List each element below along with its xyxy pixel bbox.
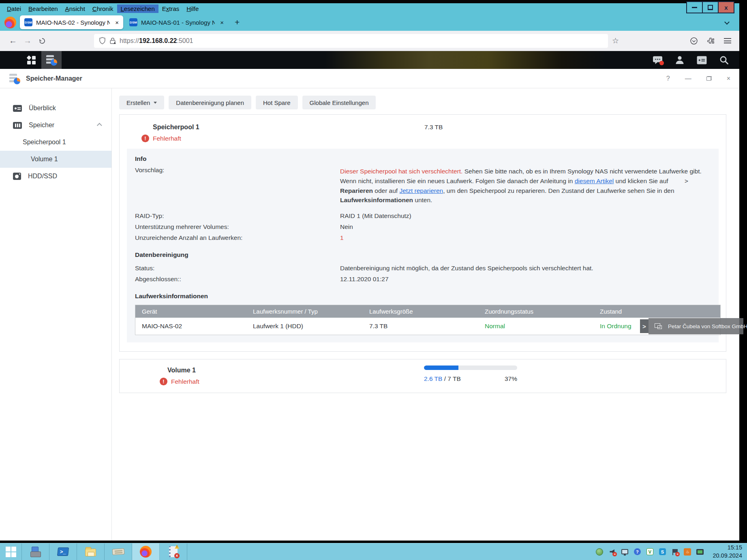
volume-usage-text-row: 2.6 TB / 7 TB 37% [424, 375, 517, 383]
notifications-button[interactable] [653, 56, 663, 65]
insufficient-drives-row: Unzureichende Anzahl an Laufwerken: 1 [135, 232, 711, 243]
menu-ansicht[interactable]: Ansicht [62, 4, 89, 13]
menu-datei[interactable]: Datei [3, 4, 25, 13]
menu-chronik[interactable]: Chronik [89, 4, 117, 13]
vorschlag-text: Dieser Speicherpool hat sich verschlecht… [340, 167, 705, 205]
dsm-tray [653, 51, 729, 69]
back-button[interactable]: ← [6, 34, 20, 48]
sidebar-item-speicher[interactable]: Speicher [0, 117, 111, 134]
restore-icon [708, 5, 713, 10]
window-minimize-button[interactable]: — [685, 75, 691, 82]
tray-remote-display-icon[interactable] [621, 548, 629, 556]
drive-table-header: Gerät Laufwerksnummer / Typ Laufwerksgrö… [135, 305, 720, 318]
cell-size: 7.3 TB [369, 323, 485, 330]
taskbar-server-manager-button[interactable] [22, 543, 49, 560]
volume-usage: 2.6 TB / 7 TB 37% [424, 365, 517, 383]
pocket-icon[interactable] [690, 37, 698, 45]
collapse-chevron-up-icon[interactable] [97, 123, 102, 128]
bookmark-star-icon[interactable]: ☆ [612, 36, 619, 45]
taskbar-fax-scanner-button[interactable] [105, 543, 132, 560]
scrub-done-row: Abgeschlossen:: 12.11.2020 01:27 [135, 274, 711, 284]
hot-spare-button[interactable]: Hot Spare [256, 96, 298, 109]
dropdown-caret-icon [154, 102, 157, 104]
tab-maio-nas-02[interactable]: DSM MAIO-NAS-02 - Synology NAS × [20, 15, 123, 29]
jetzt-reparieren-link[interactable]: Jetzt reparieren [399, 187, 443, 194]
navbar-right-icons [690, 37, 734, 45]
tray-screen-share-icon[interactable] [696, 548, 704, 556]
action-toolbar: Erstellen Datenbereinigung planen Hot Sp… [119, 96, 736, 109]
url-bar[interactable]: https://192.168.0.22:5001 [94, 34, 608, 48]
hdd-icon [13, 173, 21, 180]
start-button[interactable] [0, 543, 22, 560]
tray-volume-muted-icon[interactable]: × [608, 548, 616, 556]
maximize-button[interactable] [702, 1, 719, 13]
sidebar-item-ueberblick[interactable]: Überblick [0, 100, 111, 117]
tab-close-icon[interactable]: × [115, 19, 119, 26]
sidebar-item-hdd-ssd[interactable]: HDD/SSD [0, 168, 111, 185]
error-badge-icon: ! [141, 135, 149, 142]
taskbar-clock[interactable]: 15:15 20.09.2024 [708, 544, 742, 559]
dsm-favicon: DSM [24, 18, 32, 26]
taskbar-logbook-button[interactable] [160, 543, 187, 560]
search-button[interactable] [719, 55, 729, 65]
tray-vmware-tools-icon[interactable]: V [646, 548, 654, 556]
dsm-storage-manager-task-button[interactable] [41, 51, 62, 69]
app-menu-hamburger-icon[interactable] [724, 38, 731, 43]
new-tab-button[interactable]: + [230, 17, 244, 27]
extensions-puzzle-icon[interactable] [707, 37, 715, 45]
overview-icon [13, 105, 22, 112]
vorschlag-row: Vorschlag: Dieser Speicherpool hat sich … [135, 167, 711, 205]
tooltip-chevron-icon[interactable]: > [640, 319, 649, 333]
help-button[interactable]: ? [666, 75, 670, 82]
tab-maio-nas-01[interactable]: DSM MAIO-NAS-01 - Synology NAS × [125, 15, 228, 29]
globale-einstellungen-button[interactable]: Globale Einstellungen [302, 96, 376, 109]
tab-title: MAIO-NAS-02 - Synology NAS [36, 19, 110, 26]
menu-hilfe[interactable]: Hilfe [183, 4, 202, 13]
storage-icon [13, 122, 22, 129]
widgets-icon [697, 56, 707, 64]
sidebar-item-volume-1[interactable]: Volume 1 [0, 151, 111, 168]
widgets-button[interactable] [697, 56, 707, 64]
user-account-button[interactable] [675, 55, 685, 65]
dsm-main-menu-button[interactable] [21, 51, 41, 69]
datenbereinigung-heading: Datenbereinigung [135, 251, 711, 259]
pool-status-row: ! Fehlerhaft [141, 135, 726, 142]
clock-date: 20.09.2024 [713, 552, 742, 560]
error-badge-icon: ! [160, 378, 167, 385]
user-icon [675, 55, 685, 65]
taskbar-file-explorer-button[interactable] [77, 543, 105, 560]
menu-bearbeiten[interactable]: Bearbeiten [25, 4, 62, 13]
search-icon [719, 55, 729, 65]
taskbar-firefox-button[interactable] [132, 543, 160, 560]
menu-extras[interactable]: Extras [158, 4, 183, 13]
list-all-tabs-chevron-icon[interactable] [724, 19, 730, 25]
tray-softbox-icon[interactable] [595, 548, 604, 556]
taskbar-powershell-button[interactable]: >_ [49, 543, 77, 560]
tab-close-icon[interactable]: × [220, 19, 224, 26]
sidebar-item-speicherpool-1[interactable]: Speicherpool 1 [0, 134, 111, 151]
main-content: Erstellen Datenbereinigung planen Hot Sp… [112, 88, 739, 541]
tray-flag-alert-icon[interactable]: × [671, 548, 679, 556]
tray-s-app-icon[interactable]: S [658, 548, 666, 556]
datenbereinigung-planen-button[interactable]: Datenbereinigung planen [169, 96, 251, 109]
minimize-button[interactable] [686, 1, 703, 13]
window-controls: x [687, 1, 734, 13]
tray-help-icon[interactable]: ? [633, 548, 641, 556]
diesem-artikel-link[interactable]: diesem Artikel [575, 177, 614, 184]
menu-lesezeichen[interactable]: Lesezeichen [117, 4, 158, 13]
erstellen-button[interactable]: Erstellen [119, 96, 164, 109]
volume-card-header: Volume 1 ! Fehlerhaft [120, 359, 726, 385]
dsm-favicon: DSM [129, 18, 137, 26]
firefox-window: Datei Bearbeiten Ansicht Chronik Lesezei… [0, 0, 739, 541]
main-menu-grid-icon [27, 56, 36, 64]
forward-button[interactable]: → [20, 34, 35, 48]
table-row[interactable]: MAIO-NAS-02 Laufwerk 1 (HDD) 7.3 TB Norm… [135, 318, 720, 335]
window-restore-button[interactable] [706, 76, 712, 81]
window-close-button[interactable]: × [727, 75, 730, 82]
tray-java-icon[interactable]: ♨ [683, 548, 691, 556]
windows-logo-icon [6, 547, 16, 557]
logbook-error-icon [169, 546, 178, 557]
file-explorer-icon [85, 549, 96, 556]
reload-button[interactable] [35, 34, 49, 48]
close-button[interactable]: x [718, 1, 734, 13]
